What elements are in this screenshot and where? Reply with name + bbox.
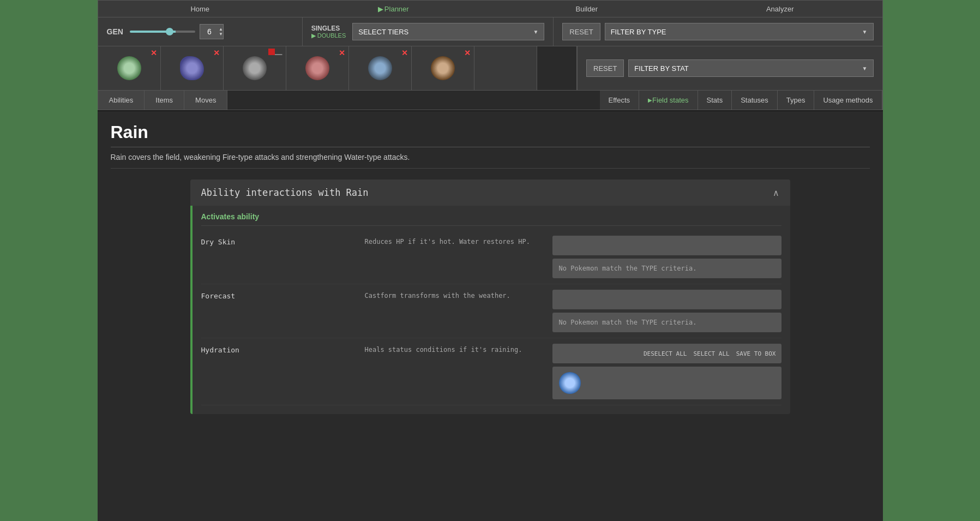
deselect-all-button[interactable]: DESELECT ALL xyxy=(644,350,687,357)
interactions-card: Ability interactions with Rain ∧ Activat… xyxy=(190,179,790,414)
pokemon-slot-1[interactable]: ✕ xyxy=(98,46,161,90)
pokemon-slot-empty[interactable] xyxy=(474,46,537,90)
ability-name-dry-skin: Dry Skin xyxy=(201,236,365,246)
pokemon-bar-forecast xyxy=(552,290,781,309)
pokemon-sprite-5 xyxy=(365,53,395,83)
pokemon-slot-2[interactable]: ✕ xyxy=(161,46,224,90)
gen-slider[interactable] xyxy=(130,31,195,33)
ability-name-forecast: Forecast xyxy=(201,290,365,300)
collapse-icon[interactable]: ∧ xyxy=(773,188,779,198)
remove-pokemon-6[interactable]: ✕ xyxy=(464,49,471,57)
tab-effects[interactable]: Effects xyxy=(600,91,640,110)
ability-row-hydration: Hydration Heals status conditions if it'… xyxy=(201,338,781,405)
no-match-dry-skin: No Pokemon match the TYPE criteria. xyxy=(552,259,781,278)
singles-label: SINGLES xyxy=(311,25,346,32)
pokemon-sprite-2 xyxy=(177,53,207,83)
controls-row: GEN 6 ▲ ▼ SINGLES DOUBLES SELECT TIERS ▼ xyxy=(98,17,883,46)
reset-type-button[interactable]: RESET xyxy=(562,23,600,40)
nav-home[interactable]: Home xyxy=(104,3,297,15)
section-activates-ability: Activates ability xyxy=(201,206,781,226)
filter-stat-dropdown-arrow: ▼ xyxy=(862,65,868,71)
ability-pokemon-forecast: No Pokemon match the TYPE criteria. xyxy=(552,290,781,332)
pokemon-slot-4[interactable]: ✕ xyxy=(286,46,349,90)
content-area: Rain Rain covers the field, weakening Fi… xyxy=(98,111,883,425)
tab-types[interactable]: Types xyxy=(778,91,815,110)
pokemon-bar-dry-skin xyxy=(552,236,781,255)
ability-pokemon-hydration: DESELECT ALL SELECT ALL SAVE TO BOX xyxy=(552,344,781,399)
tab-stats[interactable]: Stats xyxy=(698,91,732,110)
save-to-box-button[interactable]: SAVE TO BOX xyxy=(736,350,776,357)
ability-row-forecast: Forecast Castform transforms with the we… xyxy=(201,284,781,338)
filter-type-control: RESET FILTER BY TYPE ▼ xyxy=(554,17,882,46)
filter-type-dropdown[interactable]: FILTER BY TYPE ▼ xyxy=(605,23,874,40)
hydration-controls: DESELECT ALL SELECT ALL SAVE TO BOX xyxy=(552,344,781,363)
tab-moves[interactable]: Moves xyxy=(184,91,227,110)
interactions-title: Ability interactions with Rain xyxy=(201,187,369,198)
pokemon-slot-5[interactable]: ✕ xyxy=(349,46,412,90)
pokemon-slot-6[interactable]: ✕ xyxy=(412,46,474,90)
gen-label: GEN xyxy=(107,27,123,36)
interactions-header[interactable]: Ability interactions with Rain ∧ xyxy=(190,179,790,206)
tab-field-states[interactable]: Field states xyxy=(639,91,698,110)
remove-pokemon-1[interactable]: ✕ xyxy=(151,49,157,57)
ability-desc-forecast: Castform transforms with the weather. xyxy=(365,290,552,300)
slot-3-indicator xyxy=(268,49,275,55)
tab-items[interactable]: Items xyxy=(145,91,184,110)
filter-stat-dropdown[interactable]: FILTER BY STAT ▼ xyxy=(628,59,873,77)
hydration-pokemon-result xyxy=(552,367,781,399)
gen-control: GEN 6 ▲ ▼ xyxy=(98,17,303,46)
gen-spinner[interactable]: ▲ ▼ xyxy=(219,27,223,37)
planner-prefix-icon: ▶ xyxy=(378,5,383,13)
select-all-button[interactable]: SELECT ALL xyxy=(693,350,729,357)
ability-pokemon-dry-skin: No Pokemon match the TYPE criteria. xyxy=(552,236,781,278)
remove-pokemon-2[interactable]: ✕ xyxy=(213,49,220,57)
tier-control: SINGLES DOUBLES SELECT TIERS ▼ xyxy=(303,17,554,46)
pokemon-sprite-4 xyxy=(302,53,333,83)
pokemon-sprite-6 xyxy=(428,53,458,83)
tab-usage-methods[interactable]: Usage methods xyxy=(814,91,882,110)
top-navigation: Home ▶Planner Builder Analyzer xyxy=(98,0,883,17)
filter-type-dropdown-arrow: ▼ xyxy=(862,29,868,35)
remove-pokemon-4[interactable]: ✕ xyxy=(339,49,345,57)
page-title: Rain xyxy=(111,122,870,147)
section-description: Rain covers the field, weakening Fire-ty… xyxy=(111,153,870,169)
ability-desc-hydration: Heals status conditions if it's raining. xyxy=(365,344,552,354)
nav-planner[interactable]: ▶Planner xyxy=(297,3,490,15)
ability-name-hydration: Hydration xyxy=(201,344,365,354)
pokemon-sprite-1 xyxy=(114,53,145,83)
tab-row: Abilities Items Moves Effects Field stat… xyxy=(98,91,883,110)
tier-dropdown-arrow: ▼ xyxy=(533,29,538,35)
reset-stat-button[interactable]: RESET xyxy=(586,59,624,77)
remove-pokemon-5[interactable]: ✕ xyxy=(401,49,408,57)
interactions-body: Activates ability Dry Skin Reduces HP if… xyxy=(190,206,790,414)
filter-stat-control: RESET FILTER BY STAT ▼ xyxy=(576,46,882,90)
ability-row-dry-skin: Dry Skin Reduces HP if it's hot. Water r… xyxy=(201,230,781,284)
pokemon-row: ✕ ✕ — ✕ xyxy=(98,46,883,91)
ability-desc-dry-skin: Reduces HP if it's hot. Water restores H… xyxy=(365,236,552,245)
nav-builder[interactable]: Builder xyxy=(490,3,684,15)
no-match-forecast: No Pokemon match the TYPE criteria. xyxy=(552,313,781,332)
tab-statuses[interactable]: Statuses xyxy=(732,91,778,110)
tier-select-dropdown[interactable]: SELECT TIERS ▼ xyxy=(352,23,544,40)
pokemon-slot-3[interactable]: — xyxy=(224,46,286,90)
gen-number-display: 6 ▲ ▼ xyxy=(200,24,224,39)
pokemon-sprite-3 xyxy=(239,53,270,83)
hydration-pokemon-sprite xyxy=(557,370,583,396)
doubles-toggle[interactable]: DOUBLES xyxy=(311,32,346,39)
pokemon-slots-container: ✕ ✕ — ✕ xyxy=(98,46,577,90)
tab-abilities[interactable]: Abilities xyxy=(98,91,145,110)
nav-analyzer[interactable]: Analyzer xyxy=(683,3,877,15)
